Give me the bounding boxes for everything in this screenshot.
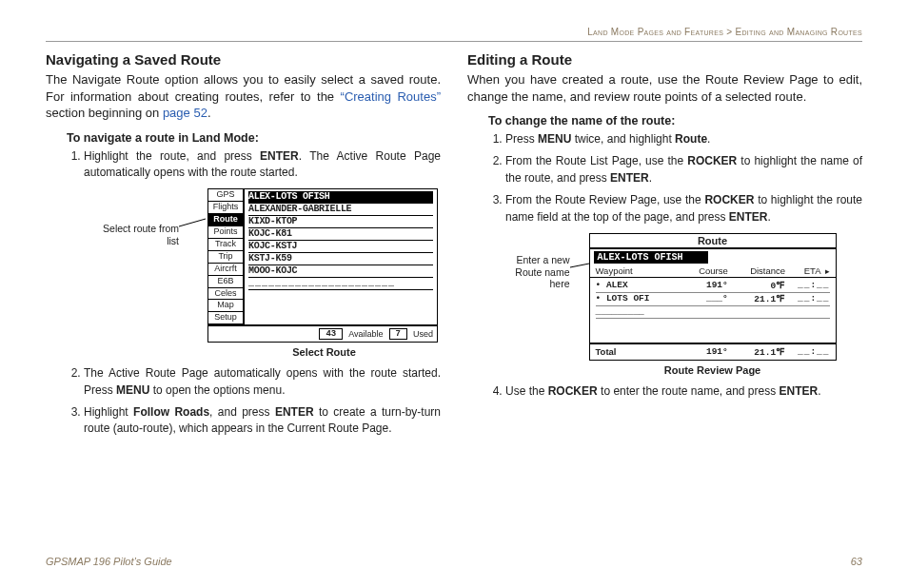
side-tab-route: Route: [208, 214, 243, 226]
review-headers: Waypoint Course Distance ETA▸: [590, 265, 836, 278]
figure-select-route: Select route from list GPSFlightsRoutePo…: [103, 188, 441, 358]
side-tab-e6b: E6B: [208, 276, 243, 288]
side-tab-flights: Flights: [208, 202, 243, 214]
annotation-line: [179, 188, 206, 234]
svg-line-0: [179, 219, 206, 226]
svg-line-1: [570, 264, 589, 267]
side-tab-points: Points: [208, 226, 243, 239]
used-count: 7: [389, 328, 407, 340]
route-list: ALEX-LOTS OFISHALEXANDER-GABRIELLEKIXD-K…: [245, 189, 437, 324]
review-row: • LOTS OFI___°21.1℉__:__: [596, 293, 830, 306]
steps-navigate-cont: The Active Route Page automatically open…: [67, 365, 441, 438]
caption-select-route: Select Route: [207, 346, 441, 358]
side-tab-map: Map: [208, 300, 243, 312]
side-tab-setup: Setup: [208, 312, 243, 324]
figure-route-review: Enter a new Route name here Route ALEX-L…: [467, 233, 862, 376]
route-row: KOJC-K81: [248, 228, 433, 241]
subhead-change-name: To change the name of the route:: [488, 114, 862, 127]
step-r1: Press MENU twice, and highlight Route.: [505, 131, 862, 147]
footer-page-number: 63: [851, 556, 862, 567]
route-row: KSTJ-K59: [248, 253, 433, 265]
step-r2: From the Route List Page, use the ROCKER…: [505, 153, 862, 186]
breadcrumb: Land Mode Pages and Features > Editing a…: [46, 27, 862, 37]
content-columns: Navigating a Saved Route The Navigate Ro…: [46, 51, 862, 445]
step-3: Highlight Follow Roads, and press ENTER …: [84, 404, 441, 438]
available-label: Available: [348, 329, 383, 339]
review-row: • ALEX191°0℉__:__: [596, 280, 830, 293]
route-row: KIXD-KTOP: [248, 216, 433, 228]
screen-footer: 43 Available 7 Used: [208, 324, 437, 342]
review-total: Total 191° 21.1℉ __:__: [590, 343, 836, 360]
side-tabs: GPSFlightsRoutePointsTrackTripAircrftE6B…: [208, 189, 245, 324]
side-tab-aircrft: Aircrft: [208, 264, 243, 276]
link-page-52[interactable]: page 52: [163, 106, 207, 120]
page: Land Mode Pages and Features > Editing a…: [0, 0, 908, 588]
step-2: The Active Route Page automatically open…: [84, 365, 441, 399]
route-row: ALEXANDER-GABRIELLE: [248, 204, 433, 216]
heading-navigating: Navigating a Saved Route: [46, 51, 441, 68]
annotation-route-name: Enter a new Route name here: [494, 233, 570, 376]
side-tab-track: Track: [208, 239, 243, 251]
crumb-sep: >: [723, 27, 735, 37]
right-column: Editing a Route When you have created a …: [467, 51, 862, 445]
annotation-line-2: [570, 233, 589, 376]
route-row: MOOO-KOJC: [248, 265, 433, 278]
steps-edit-cont: Use the ROCKER to enter the route name, …: [488, 383, 862, 400]
scroll-right-icon: ▸: [821, 266, 830, 276]
annotation-select-route: Select route from list: [103, 188, 179, 246]
route-row-empty: ______________________: [248, 278, 433, 290]
crumb-page: Editing and Managing Routes: [735, 27, 862, 37]
available-count: 43: [319, 328, 343, 340]
select-route-screen: GPSFlightsRoutePointsTrackTripAircrftE6B…: [207, 188, 438, 343]
steps-edit: Press MENU twice, and highlight Route. F…: [488, 131, 862, 225]
link-creating-routes[interactable]: “Creating Routes”: [341, 89, 441, 104]
used-label: Used: [413, 329, 433, 339]
step-1: Highlight the route, and press ENTER. Th…: [84, 148, 441, 182]
side-tab-trip: Trip: [208, 251, 243, 264]
subhead-navigate-land: To navigate a route in Land Mode:: [67, 131, 441, 145]
review-row: _________: [596, 306, 830, 319]
route-row: ALEX-LOTS OFISH: [248, 191, 433, 204]
review-title: Route: [590, 234, 836, 249]
footer-guide: GPSMAP 196 Pilot’s Guide: [46, 556, 172, 567]
heading-editing: Editing a Route: [467, 51, 862, 68]
step-r4: Use the ROCKER to enter the route name, …: [505, 383, 862, 400]
left-column: Navigating a Saved Route The Navigate Ro…: [46, 51, 441, 445]
intro-navigating: The Navigate Route option allows you to …: [46, 71, 441, 122]
crumb-section: Land Mode Pages and Features: [587, 27, 723, 37]
side-tab-gps: GPS: [208, 189, 243, 202]
steps-navigate: Highlight the route, and press ENTER. Th…: [67, 148, 441, 182]
side-tab-celes: Celes: [208, 288, 243, 301]
route-row: KOJC-KSTJ: [248, 241, 433, 253]
header-rule: [46, 41, 862, 42]
intro-editing: When you have created a route, use the R…: [467, 71, 862, 105]
page-footer: GPSMAP 196 Pilot’s Guide 63: [46, 556, 862, 567]
caption-route-review: Route Review Page: [589, 364, 837, 376]
route-name-field: ALEX-LOTS OFISH: [594, 251, 708, 264]
step-r3: From the Route Review Page, use the ROCK…: [505, 192, 862, 225]
route-review-screen: Route ALEX-LOTS OFISH Waypoint Course Di…: [589, 233, 837, 361]
review-rows: • ALEX191°0℉__:__• LOTS OFI___°21.1℉__:_…: [590, 278, 836, 343]
